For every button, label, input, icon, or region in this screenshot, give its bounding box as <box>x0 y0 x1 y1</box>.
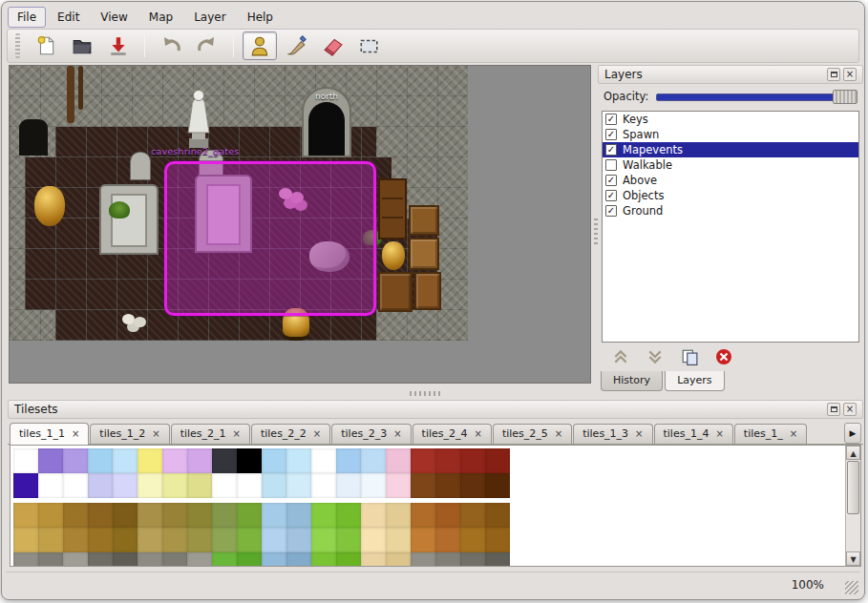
tileset-tab-tiles_2_3[interactable]: tiles_2_3× <box>331 424 411 444</box>
tile-swatch[interactable] <box>485 473 510 498</box>
tileset-tab-tiles_2_4[interactable]: tiles_2_4× <box>413 424 492 444</box>
tile-swatch[interactable] <box>13 473 38 498</box>
tile-swatch[interactable] <box>336 503 361 528</box>
eraser-tool-button[interactable] <box>315 31 349 60</box>
tile-swatch[interactable] <box>187 448 212 473</box>
tile-swatch[interactable] <box>138 473 162 498</box>
tile-swatch[interactable] <box>460 552 485 567</box>
tile-swatch[interactable] <box>262 552 286 567</box>
tile-swatch[interactable] <box>361 503 386 528</box>
tileset-tab-tiles_2_2[interactable]: tiles_2_2× <box>251 424 330 444</box>
paint-tool-button[interactable] <box>279 31 313 60</box>
tileset-tab-tiles_1_4[interactable]: tiles_1_4× <box>654 424 733 444</box>
splitter-grip[interactable] <box>410 391 442 396</box>
tile-swatch[interactable] <box>237 552 262 567</box>
tile-swatch[interactable] <box>262 473 286 498</box>
raise-layer-button[interactable] <box>609 346 632 367</box>
tile-swatch[interactable] <box>162 528 187 552</box>
tile-swatch[interactable] <box>38 448 63 473</box>
tile-swatch[interactable] <box>435 528 460 552</box>
tileset-tab-tiles_2_1[interactable]: tiles_2_1× <box>171 424 250 444</box>
menu-item-edit[interactable]: Edit <box>48 7 89 28</box>
tile-swatch[interactable] <box>460 473 485 498</box>
tile-swatch[interactable] <box>212 503 237 528</box>
tile-swatch[interactable] <box>286 552 311 567</box>
tab-close-icon[interactable]: × <box>790 429 797 439</box>
map-canvas[interactable]: north caveshrine2_gates <box>10 66 468 341</box>
tab-close-icon[interactable]: × <box>715 429 723 439</box>
tile-swatch[interactable] <box>286 503 311 528</box>
tile-swatch[interactable] <box>311 528 336 552</box>
tile-swatch[interactable] <box>485 528 510 552</box>
tile-swatch[interactable] <box>435 448 460 473</box>
close-panel-button[interactable]: × <box>843 68 857 81</box>
place-character-tool-button[interactable] <box>243 31 277 60</box>
tile-swatch[interactable] <box>311 552 336 567</box>
tile-swatch[interactable] <box>262 528 286 552</box>
tile-swatch[interactable] <box>435 503 460 528</box>
tile-swatch[interactable] <box>212 473 237 498</box>
tile-swatch[interactable] <box>88 528 113 552</box>
tile-swatch[interactable] <box>336 552 361 567</box>
tile-swatch[interactable] <box>286 448 311 473</box>
tile-swatch[interactable] <box>262 448 286 473</box>
tile-swatch[interactable] <box>13 448 38 473</box>
delete-layer-button[interactable] <box>712 346 735 367</box>
layer-visibility-checkbox[interactable]: ✓ <box>605 144 617 156</box>
toolbar-handle[interactable] <box>15 33 20 58</box>
tile-swatch[interactable] <box>361 552 386 567</box>
menu-item-layer[interactable]: Layer <box>184 7 235 28</box>
tile-swatch[interactable] <box>162 473 187 498</box>
tab-close-icon[interactable]: × <box>233 429 241 439</box>
save-button[interactable] <box>101 31 136 60</box>
layer-row-ground[interactable]: ✓Ground <box>603 203 858 218</box>
tile-swatch[interactable] <box>138 448 162 473</box>
open-button[interactable] <box>65 31 99 60</box>
layer-visibility-checkbox[interactable] <box>605 159 617 171</box>
map-selection-rectangle[interactable] <box>164 161 376 316</box>
float-panel-button[interactable] <box>827 68 840 81</box>
tile-swatch[interactable] <box>237 473 262 498</box>
tile-swatch[interactable] <box>460 503 485 528</box>
tile-swatch[interactable] <box>187 503 212 528</box>
tile-swatch[interactable] <box>485 448 510 473</box>
tile-swatch[interactable] <box>411 503 435 528</box>
select-region-tool-button[interactable] <box>351 31 386 60</box>
tab-scroll-right-button[interactable]: ▶ <box>844 423 861 444</box>
tile-swatch[interactable] <box>138 528 162 552</box>
tile-swatch[interactable] <box>88 503 113 528</box>
tileset-tab-tiles_1_1[interactable]: tiles_1_1× <box>10 423 89 445</box>
tile-swatch[interactable] <box>485 552 510 567</box>
tile-swatch[interactable] <box>361 473 386 498</box>
tile-swatch[interactable] <box>411 528 435 552</box>
tile-swatch[interactable] <box>212 552 237 567</box>
tile-swatch[interactable] <box>386 552 411 567</box>
tile-swatch[interactable] <box>113 448 138 473</box>
tile-swatch[interactable] <box>162 448 187 473</box>
opacity-slider[interactable] <box>656 90 857 104</box>
scroll-up-button[interactable]: ▲ <box>846 446 860 460</box>
tileset-scrollbar[interactable]: ▲ ▼ <box>845 446 860 566</box>
tile-swatch[interactable] <box>162 552 187 567</box>
dock-tab-layers[interactable]: Layers <box>665 371 724 391</box>
duplicate-layer-button[interactable] <box>678 346 701 367</box>
tile-swatch[interactable] <box>13 503 38 528</box>
tile-swatch[interactable] <box>262 503 286 528</box>
menu-item-view[interactable]: View <box>91 7 137 28</box>
float-panel-button[interactable] <box>827 403 840 416</box>
layer-row-above[interactable]: ✓Above <box>603 173 858 188</box>
tile-swatch[interactable] <box>386 528 411 552</box>
tile-swatch[interactable] <box>311 503 336 528</box>
tab-close-icon[interactable]: × <box>555 429 562 439</box>
undo-button[interactable] <box>154 31 188 60</box>
tileset-tab-tiles_2_5[interactable]: tiles_2_5× <box>493 424 572 444</box>
layer-visibility-checkbox[interactable]: ✓ <box>605 205 617 217</box>
layer-row-keys[interactable]: ✓Keys <box>603 112 858 127</box>
lower-layer-button[interactable] <box>644 346 667 367</box>
tile-swatch[interactable] <box>286 473 311 498</box>
tile-swatch[interactable] <box>63 473 88 498</box>
tile-swatch[interactable] <box>88 448 113 473</box>
tile-swatch[interactable] <box>63 503 88 528</box>
layer-visibility-checkbox[interactable]: ✓ <box>605 129 617 140</box>
tile-swatch[interactable] <box>411 552 435 567</box>
